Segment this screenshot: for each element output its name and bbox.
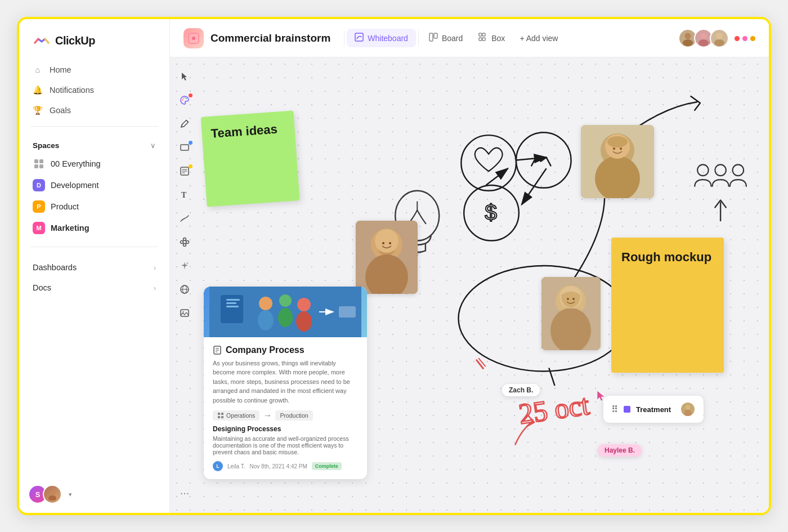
tool-palette-dot xyxy=(189,93,192,97)
sidebar-label-notifications: Notifications xyxy=(50,86,94,95)
svg-rect-27 xyxy=(181,145,189,150)
treatment-card[interactable]: ⠿ Treatment xyxy=(603,396,704,423)
haylee-label: Haylee B. xyxy=(605,446,635,454)
svg-point-85 xyxy=(296,311,312,332)
tool-globe[interactable] xyxy=(174,279,195,299)
svg-point-25 xyxy=(185,97,186,99)
doc-tags: Operations → Production xyxy=(213,410,358,421)
status-dot-2 xyxy=(742,36,747,41)
chevron-right-icon: › xyxy=(154,263,156,272)
person-photo-1 xyxy=(581,125,654,198)
add-view-button[interactable]: + Add view xyxy=(513,30,565,47)
tool-palette[interactable] xyxy=(174,90,195,110)
doc-date: Nov 8th, 2021 4:42 PM xyxy=(250,463,307,470)
sidebar-item-docs[interactable]: Docs › xyxy=(26,278,163,298)
whiteboard-canvas[interactable]: T ··· xyxy=(170,57,769,513)
svg-point-47 xyxy=(464,185,519,241)
doc-author: Leila T. xyxy=(227,463,245,470)
svg-point-97 xyxy=(684,410,692,417)
svg-text:$: $ xyxy=(485,199,497,224)
space-color-product: P xyxy=(33,200,45,213)
sticky-yellow-text: Rough mockup xyxy=(621,250,711,264)
tool-cursor[interactable] xyxy=(174,66,195,87)
treatment-avatar xyxy=(680,401,696,417)
svg-point-30 xyxy=(181,241,183,244)
doc-card[interactable]: Company Process As your business grows, … xyxy=(204,287,367,480)
svg-point-26 xyxy=(186,98,187,99)
tab-board[interactable]: Board xyxy=(421,29,471,47)
svg-point-67 xyxy=(382,242,384,244)
sidebar-item-home[interactable]: ⌂ Home xyxy=(26,60,163,80)
svg-point-84 xyxy=(297,298,311,311)
sidebar-item-development[interactable]: D Development xyxy=(26,175,163,196)
sidebar-item-marketing[interactable]: M Marketing xyxy=(26,217,163,239)
treatment-label: Treatment xyxy=(636,405,671,414)
svg-point-96 xyxy=(686,405,691,410)
tool-rectangle[interactable] xyxy=(174,137,195,158)
canvas-toolbar: T ··· xyxy=(170,57,199,513)
svg-point-81 xyxy=(258,310,274,330)
tool-more[interactable]: ··· xyxy=(176,482,194,504)
svg-point-45 xyxy=(461,135,516,191)
collab-avatar-3 xyxy=(710,29,729,48)
tool-connect[interactable] xyxy=(174,232,195,252)
tool-note[interactable] xyxy=(174,161,195,181)
spaces-label: Spaces xyxy=(33,141,59,150)
chevron-down-icon[interactable]: ∨ xyxy=(150,141,156,150)
doc-card-body: Company Process As your business grows, … xyxy=(204,337,367,480)
svg-rect-2 xyxy=(39,159,43,163)
svg-rect-3 xyxy=(34,164,38,168)
sticky-note-yellow[interactable]: Rough mockup xyxy=(611,238,724,373)
svg-rect-79 xyxy=(226,306,239,307)
logo[interactable]: ClickUp xyxy=(19,19,169,60)
sidebar-item-notifications[interactable]: 🔔 Notifications xyxy=(26,80,163,100)
svg-rect-86 xyxy=(339,306,356,318)
svg-point-6 xyxy=(48,495,56,500)
tool-sparkle[interactable] xyxy=(174,256,195,276)
tab-box[interactable]: Box xyxy=(471,29,513,47)
logo-text: ClickUp xyxy=(55,34,95,47)
tool-image[interactable] xyxy=(174,303,195,323)
svg-point-66 xyxy=(375,229,399,253)
app-frame: ClickUp ⌂ Home 🔔 Notifications 🏆 Goals S… xyxy=(17,17,771,515)
svg-point-17 xyxy=(685,33,691,39)
sidebar-user-area[interactable]: S ▾ xyxy=(28,485,72,504)
svg-rect-15 xyxy=(479,38,482,41)
sidebar-item-goals[interactable]: 🏆 Goals xyxy=(26,100,163,120)
tool-pencil[interactable] xyxy=(174,114,195,134)
zach-label: Zach B. xyxy=(509,386,533,394)
move-icon: ⠿ xyxy=(611,404,618,415)
svg-point-83 xyxy=(278,308,293,327)
whiteboard-icon xyxy=(355,33,364,43)
tab-board-label: Board xyxy=(442,34,463,43)
svg-rect-14 xyxy=(482,33,485,36)
tool-note-dot xyxy=(189,164,192,168)
tool-text[interactable]: T xyxy=(174,185,195,205)
doc-title: Company Process xyxy=(213,345,358,355)
svg-rect-94 xyxy=(221,413,223,415)
sticky-note-green[interactable]: Team ideas xyxy=(201,110,300,207)
sticky-green-text: Team ideas xyxy=(211,122,278,141)
sidebar-label-development: Development xyxy=(51,181,98,190)
svg-point-20 xyxy=(699,39,709,46)
tab-whiteboard[interactable]: Whiteboard xyxy=(347,29,416,47)
tool-line[interactable] xyxy=(174,208,195,229)
avatar-user2 xyxy=(43,485,62,504)
sidebar-item-everything[interactable]: 00 Everything xyxy=(26,153,163,175)
doc-section-title: Designing Processes xyxy=(213,425,358,433)
status-dot-3 xyxy=(750,36,755,41)
topbar: Commercial brainstorm Whiteboard Board B xyxy=(170,19,769,57)
tool-rect-dot xyxy=(189,141,192,145)
svg-rect-11 xyxy=(429,33,433,41)
sidebar-label-product: Product xyxy=(51,202,79,211)
svg-point-80 xyxy=(259,297,272,310)
clickup-logo-icon xyxy=(33,32,51,50)
sidebar-item-product[interactable]: P Product xyxy=(26,196,163,217)
svg-point-23 xyxy=(182,100,183,101)
bell-icon: 🔔 xyxy=(33,85,43,95)
sidebar-item-dashboards[interactable]: Dashboards › xyxy=(26,257,163,278)
sidebar-label-goals: Goals xyxy=(50,106,71,115)
space-color-development: D xyxy=(33,179,45,191)
chevron-right-icon-2: › xyxy=(154,284,156,292)
svg-rect-1 xyxy=(34,159,38,163)
